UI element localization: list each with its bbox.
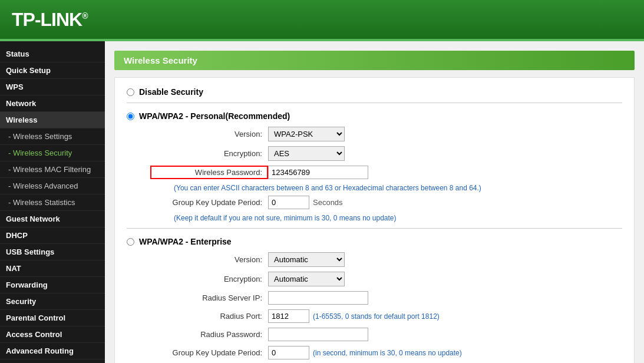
- sidebar-item-wireless-mac-filtering[interactable]: - Wireless MAC Filtering: [0, 161, 105, 178]
- radius-ip-label: Radius Server IP:: [150, 293, 268, 302]
- logo: TP-LINK®: [12, 9, 88, 31]
- radius-ip-input[interactable]: [268, 291, 368, 305]
- sidebar-item-access-control[interactable]: Access Control: [0, 326, 105, 343]
- radius-password-input[interactable]: [268, 328, 368, 341]
- logo-reg: ®: [82, 11, 87, 21]
- wireless-password-input[interactable]: [268, 166, 368, 179]
- wpa-personal-password-hint: (You can enter ASCII characters between …: [174, 184, 622, 192]
- sidebar-item-dhcp[interactable]: DHCP: [0, 227, 105, 244]
- wpa-personal-groupkey-input[interactable]: [268, 196, 309, 209]
- sidebar-item-forwarding[interactable]: Forwarding: [0, 277, 105, 293]
- sidebar: Status Quick Setup WPS Network Wireless …: [0, 41, 105, 363]
- radius-port-label: Radius Port:: [150, 312, 268, 321]
- wpa-enterprise-version-label: Version:: [150, 255, 268, 264]
- sidebar-item-guest-network[interactable]: Guest Network: [0, 211, 105, 227]
- wpa-personal-groupkey-row: Group Key Update Period: Seconds: [150, 196, 622, 209]
- section-divider-1: [127, 103, 622, 103]
- wpa-personal-radio[interactable]: [127, 113, 134, 120]
- wpa-personal-password-label: Wireless Password:: [150, 166, 268, 179]
- sidebar-item-nat[interactable]: NAT: [0, 260, 105, 277]
- sidebar-item-wireless-advanced[interactable]: - Wireless Advanced: [0, 178, 105, 194]
- section-divider-2: [127, 228, 622, 229]
- sidebar-item-wireless-security[interactable]: - Wireless Security: [0, 145, 105, 161]
- radius-password-row: Radius Password:: [150, 328, 622, 341]
- radius-port-row: Radius Port: (1-65535, 0 stands for defa…: [150, 309, 622, 323]
- wpa-enterprise-encryption-row: Encryption: Automatic TKIP AES: [150, 272, 622, 286]
- radius-ip-row: Radius Server IP:: [150, 291, 622, 305]
- logo-text: TP-LINK: [12, 9, 82, 30]
- disable-security-radio[interactable]: [127, 88, 134, 96]
- sidebar-item-status[interactable]: Status: [0, 46, 105, 62]
- content-area: Disable Security WPA/WPA2 - Personal(Rec…: [114, 77, 635, 363]
- wpa-personal-encryption-row: Encryption: AES TKIP Automatic: [150, 146, 622, 161]
- main-content: Wireless Security Disable Security WPA/W…: [105, 41, 644, 363]
- wpa-personal-password-row: Wireless Password:: [150, 166, 622, 179]
- wpa-personal-form: Version: WPA2-PSK WPA-PSK Automatic Encr…: [150, 127, 622, 222]
- wpa-personal-version-label: Version:: [150, 130, 268, 138]
- radius-port-hint: (1-65535, 0 stands for default port 1812…: [313, 312, 440, 321]
- enterprise-groupkey-label: Group Key Update Period:: [150, 348, 268, 357]
- wpa-enterprise-row: WPA/WPA2 - Enterprise: [127, 237, 622, 246]
- sidebar-item-network[interactable]: Network: [0, 95, 105, 112]
- main-layout: Status Quick Setup WPS Network Wireless …: [0, 41, 644, 363]
- sidebar-item-bandwidth-control[interactable]: Bandwidth Control: [0, 359, 105, 363]
- disable-security-row: Disable Security: [127, 87, 622, 97]
- wpa-personal-version-select[interactable]: WPA2-PSK WPA-PSK Automatic: [268, 127, 345, 141]
- wpa-enterprise-version-row: Version: Automatic WPA WPA2: [150, 252, 622, 267]
- sidebar-item-quick-setup[interactable]: Quick Setup: [0, 62, 105, 79]
- radius-port-input[interactable]: [268, 309, 309, 323]
- sidebar-item-wireless[interactable]: Wireless: [0, 112, 105, 128]
- wpa-enterprise-version-select[interactable]: Automatic WPA WPA2: [268, 252, 345, 267]
- wpa-personal-label: WPA/WPA2 - Personal(Recommended): [139, 111, 290, 121]
- sidebar-item-usb-settings[interactable]: USB Settings: [0, 244, 105, 260]
- header: TP-LINK®: [0, 0, 644, 41]
- page-title: Wireless Security: [114, 51, 635, 70]
- radius-password-label: Radius Password:: [150, 330, 268, 339]
- wpa-enterprise-form: Version: Automatic WPA WPA2 Encryption: …: [150, 252, 622, 359]
- sidebar-item-parental-control[interactable]: Parental Control: [0, 310, 105, 326]
- sidebar-item-wireless-statistics[interactable]: - Wireless Statistics: [0, 194, 105, 211]
- enterprise-groupkey-hint: (in second, minimum is 30, 0 means no up…: [313, 349, 462, 357]
- wpa-personal-groupkey-hint: (Keep it default if you are not sure, mi…: [174, 214, 622, 222]
- sidebar-item-wps[interactable]: WPS: [0, 79, 105, 95]
- sidebar-item-security[interactable]: Security: [0, 293, 105, 310]
- wpa-personal-encryption-select[interactable]: AES TKIP Automatic: [268, 146, 345, 161]
- wpa-personal-encryption-label: Encryption:: [150, 149, 268, 158]
- wpa-personal-groupkey-unit: Seconds: [313, 198, 343, 207]
- sidebar-item-wireless-settings[interactable]: - Wireless Settings: [0, 128, 105, 145]
- enterprise-groupkey-input[interactable]: [268, 346, 309, 359]
- wpa-enterprise-encryption-select[interactable]: Automatic TKIP AES: [268, 272, 345, 286]
- wpa-enterprise-label: WPA/WPA2 - Enterprise: [139, 237, 232, 246]
- wpa-personal-version-row: Version: WPA2-PSK WPA-PSK Automatic: [150, 127, 622, 141]
- enterprise-groupkey-row: Group Key Update Period: (in second, min…: [150, 346, 622, 359]
- disable-security-label: Disable Security: [139, 87, 203, 97]
- sidebar-item-advanced-routing[interactable]: Advanced Routing: [0, 343, 105, 359]
- wpa-enterprise-encryption-label: Encryption:: [150, 275, 268, 283]
- wpa-enterprise-radio[interactable]: [127, 238, 134, 246]
- wpa-personal-groupkey-label: Group Key Update Period:: [150, 198, 268, 207]
- wpa-personal-row: WPA/WPA2 - Personal(Recommended): [127, 111, 622, 121]
